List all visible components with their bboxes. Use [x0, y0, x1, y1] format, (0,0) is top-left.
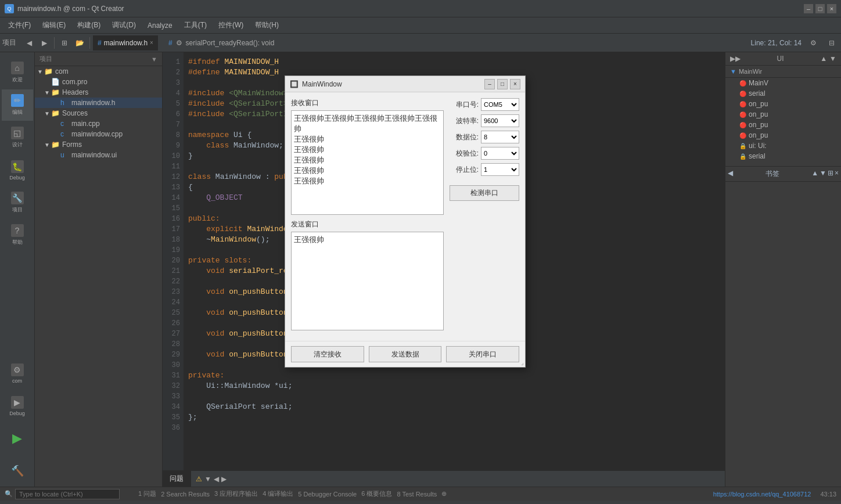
rp-item-onpu2[interactable]: 🔴 on_pu — [735, 109, 841, 120]
tree-mainwindow-h[interactable]: h mainwindow.h — [35, 98, 162, 108]
status-problems[interactable]: 1 问题 — [138, 489, 156, 498]
stop-bits-select[interactable]: 1 — [481, 163, 519, 176]
sidebar-build[interactable]: 🔨 — [2, 455, 33, 487]
h-file-icon: h — [60, 99, 70, 107]
menu-tools[interactable]: 工具(T) — [178, 18, 213, 33]
toolbar-settings[interactable]: ⚙ — [806, 36, 820, 50]
status-general-info[interactable]: 6 概要信息 — [361, 489, 392, 498]
file-tree-filter[interactable]: ▼ — [151, 56, 157, 63]
sidebar-debug2[interactable]: ▶ Debug — [2, 390, 33, 422]
tree-root[interactable]: ▼ 📁 com — [35, 66, 162, 77]
clear-receive-button[interactable]: 清空接收 — [291, 346, 364, 362]
filter-icon[interactable]: ▼ — [204, 475, 211, 483]
sidebar-welcome[interactable]: ⌂ 欢迎 — [2, 57, 33, 88]
menu-debug[interactable]: 调试(D) — [106, 18, 142, 33]
modal-controls[interactable]: – □ × — [484, 79, 520, 89]
menu-help[interactable]: 帮助(H) — [249, 18, 285, 33]
maximize-button[interactable]: □ — [815, 4, 825, 13]
rp-nav-up[interactable]: ▲ — [820, 55, 827, 63]
send-data-button[interactable]: 发送数据 — [369, 346, 442, 362]
data-bits-label: 数据位: — [450, 132, 479, 142]
status-app-output[interactable]: 3 应用程序输出 — [214, 489, 258, 498]
rp-bk-close[interactable]: × — [835, 169, 839, 179]
rp-bk-expand[interactable]: ⊞ — [828, 169, 833, 179]
rp-mainwindow-root[interactable]: MainWir — [739, 68, 762, 75]
com-pro-label: com.pro — [62, 78, 87, 86]
tree-main-cpp[interactable]: c main.cpp — [35, 118, 162, 129]
sidebar-debug[interactable]: 🐛 Debug — [2, 154, 33, 186]
tree-com-pro[interactable]: 📄 com.pro — [35, 77, 162, 87]
status-search-icon[interactable]: 🔍 — [5, 490, 13, 498]
close-port-button[interactable]: 关闭串口 — [446, 346, 519, 362]
toolbar-forward[interactable]: ▶ — [37, 36, 51, 50]
tree-mainwindow-ui[interactable]: u mainwindow.ui — [35, 150, 162, 160]
rp-item-ui[interactable]: 🔒 ui: Ui: — [735, 141, 841, 151]
toolbar-open[interactable]: 📂 — [73, 36, 87, 50]
tree-headers[interactable]: ▼ 📁 Headers — [35, 87, 162, 98]
forms-label: Forms — [62, 141, 82, 149]
close-button[interactable]: × — [827, 4, 836, 13]
rp-item-onpu1[interactable]: 🔴 on_pu — [735, 99, 841, 109]
rp-nav-down[interactable]: ▼ — [829, 55, 836, 63]
modal-close[interactable]: × — [510, 79, 520, 89]
locate-input[interactable] — [15, 489, 120, 499]
detect-port-button[interactable]: 检测串口 — [450, 185, 519, 201]
right-panel-expand[interactable]: ▶▶ — [730, 55, 741, 63]
nav-right[interactable]: ▶ — [221, 475, 227, 483]
file-tab-close[interactable]: × — [150, 39, 153, 46]
menu-build[interactable]: 构建(B) — [71, 18, 106, 33]
rp-item-serial2[interactable]: 🔒 serial — [735, 151, 841, 161]
toolbar-new[interactable]: ⊞ — [57, 36, 71, 50]
sidebar-com[interactable]: ⚙ com — [2, 358, 33, 389]
rp-scroll-area[interactable]: ◀ 书签 ▲ ▼ ⊞ × — [725, 166, 841, 461]
modal-minimize[interactable]: – — [484, 79, 495, 89]
menu-analyze[interactable]: Analyze — [142, 19, 178, 32]
minimize-button[interactable]: – — [804, 4, 813, 13]
tree-sources[interactable]: ▼ 📁 Sources — [35, 108, 162, 118]
rp-bk-up[interactable]: ▲ — [811, 169, 818, 179]
menu-edit[interactable]: 编辑(E) — [37, 18, 71, 33]
toolbar-split[interactable]: ⊟ — [825, 36, 839, 50]
rp-onpu1-label: on_pu — [749, 100, 768, 108]
status-compile-output[interactable]: 4 编译输出 — [263, 489, 293, 498]
status-test-results[interactable]: 8 Test Results — [397, 491, 437, 498]
menu-controls[interactable]: 控件(W) — [213, 18, 249, 33]
rp-item-mainw[interactable]: 🔴 MainV — [735, 78, 841, 88]
rp-scroll-title: 书签 — [765, 169, 779, 179]
rp-item-onpu4[interactable]: 🔴 on_pu — [735, 130, 841, 141]
modal-maximize[interactable]: □ — [497, 79, 508, 89]
problems-tab[interactable]: 问题 — [163, 471, 191, 487]
tree-forms[interactable]: ▼ 📁 Forms — [35, 139, 162, 150]
window-controls[interactable]: – □ × — [804, 4, 836, 13]
rp-pin-icon6: 🔴 — [739, 132, 746, 139]
rp-scroll-left[interactable]: ◀ — [728, 169, 733, 179]
tree-mainwindow-cpp[interactable]: c mainwindow.cpp — [35, 129, 162, 139]
modal-resize-handle[interactable]: ⌟ — [521, 359, 524, 366]
rp-tree-arrow[interactable]: ▼ — [730, 68, 736, 75]
field-port: 串口号: COM5 — [450, 98, 519, 111]
sidebar-run[interactable]: ▶ — [2, 423, 33, 454]
rp-item-onpu3[interactable]: 🔴 on_pu — [735, 120, 841, 130]
port-select[interactable]: COM5 — [481, 98, 519, 111]
data-bits-select[interactable]: 8 — [481, 131, 519, 143]
send-textarea[interactable]: 王强很帅 — [291, 232, 444, 330]
sidebar-edit[interactable]: ✏ 编辑 — [2, 89, 33, 121]
rp-item-serial[interactable]: 🔴 serial — [735, 88, 841, 99]
sidebar-design[interactable]: ◱ 设计 — [2, 122, 33, 153]
receive-textarea[interactable]: 王强很帅王强很帅王强很帅王强很帅王强很帅王强很帅王强很帅王强很帅王强很帅王强很帅 — [291, 110, 444, 215]
status-search-results[interactable]: 2 Search Results — [161, 491, 210, 498]
status-more[interactable]: ⊕ — [441, 490, 447, 498]
parity-select[interactable]: 0 — [481, 147, 519, 160]
status-debugger-console[interactable]: 5 Debugger Console — [298, 491, 357, 498]
modal-body: 接收窗口 王强很帅王强很帅王强很帅王强很帅王强很帅王强很帅王强很帅王强很帅王强很… — [285, 92, 525, 341]
sidebar-help[interactable]: ? 帮助 — [2, 219, 33, 251]
menu-file[interactable]: 文件(F) — [2, 18, 37, 33]
nav-left[interactable]: ◀ — [214, 475, 219, 483]
parity-label: 校验位: — [450, 149, 479, 159]
field-baud: 波特率: 9600 — [450, 114, 519, 127]
baud-select[interactable]: 9600 — [481, 114, 519, 127]
file-tab-mainwindow-h[interactable]: # mainwindow.h × — [93, 35, 158, 51]
rp-bk-down[interactable]: ▼ — [820, 169, 826, 179]
sidebar-project[interactable]: 🔧 项目 — [2, 187, 33, 218]
toolbar-back[interactable]: ◀ — [22, 36, 36, 50]
